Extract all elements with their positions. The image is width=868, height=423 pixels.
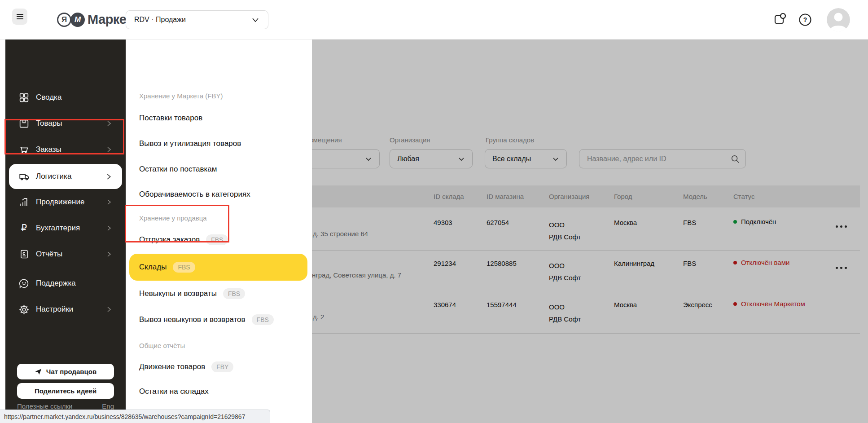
seller-chat-button[interactable]: Чат продавцов [17,364,114,379]
box-icon [18,118,30,130]
svg-text:?: ? [803,16,807,23]
chevron-down-icon [458,155,465,163]
warehouse-search [579,149,746,168]
row-actions-menu-button[interactable] [836,225,847,228]
menu-item-sklady[interactable]: Склады FBS [129,254,307,281]
whats-new-icon [772,12,787,26]
warehouse-id-cell: 49303 [434,219,452,226]
fbs-badge: FBS [223,288,245,299]
row-divider [269,289,860,289]
row-divider [269,333,860,334]
chevron-right-icon [106,251,112,257]
column-header-city: Город [614,193,632,200]
column-header-model: Модель [683,193,707,200]
section-title-fby: Хранение у Маркета (FBY) [139,92,223,100]
sidebar-item-zakazy[interactable]: Заказы [9,137,122,162]
organization-filter-select[interactable]: Любая [390,149,473,168]
chevron-right-icon [106,306,112,313]
warehouses-page: Тип размещения Организация Любая Группа … [0,0,868,423]
warehouse-group-filter-value: Все склады [492,155,552,163]
status-badge: Отключён Маркетом [733,300,805,308]
gear-icon [18,304,30,316]
fby-badge: FBY [211,361,233,372]
chevron-right-icon [105,173,112,180]
help-button[interactable]: ? [798,13,812,26]
organization-filter-value: Любая [397,155,458,163]
status-dot [733,302,737,306]
chevron-down-icon [365,155,372,163]
sidebar-item-nastroyki[interactable]: Настройки [9,297,122,322]
menu-item-dvizhenie-tovarov[interactable]: Движение товаров FBY [139,361,233,372]
warehouse-address: нград, Советская улица, д. 7 [312,271,401,279]
menu-item-oborachivaemost[interactable]: Оборачиваемость в категориях [139,190,250,199]
sidebar-item-podderzhka[interactable]: Поддержка [9,271,122,296]
logo-ya-circle: Я [57,13,71,27]
user-avatar[interactable] [827,8,850,31]
language-switch[interactable]: Eng [102,402,114,410]
sidebar-item-tovary[interactable]: Товары [9,111,122,136]
city-cell: Москва [614,301,637,308]
status-badge: Отключён вами [733,259,789,266]
chevron-right-icon [106,199,112,205]
status-badge: Подключён [733,218,776,225]
yandex-market-logo[interactable]: Я М Маркет [57,12,132,27]
model-cell: Экспресс [683,301,712,308]
menu-item-nevykupy-vozvraty[interactable]: Невыкупы и возвраты FBS [139,288,245,299]
row-divider [269,250,860,251]
model-cell: FBS [683,219,696,226]
burger-icon [16,13,24,20]
section-title-fbs: Хранение у продавца [139,214,207,222]
organization-filter-label: Организация [390,136,430,144]
menu-item-vyvoz-utilizaciya[interactable]: Вывоз и утилизация товаров [139,139,241,148]
business-picker[interactable]: RDV · Продажи [126,10,268,29]
menu-item-postavki-tovarov[interactable]: Поставки товаров [139,114,202,123]
section-title-common-reports: Общие отчёты [139,342,185,349]
sidebar-item-prodvizhenie[interactable]: Продвижение [9,189,122,215]
status-dot [733,220,737,224]
ruble-icon: ₽ [18,222,30,234]
shop-id-cell: 12580885 [487,260,517,267]
organization-cell: ОООРДВ Софт [549,219,581,243]
chevron-right-icon [106,146,112,153]
burger-menu-button[interactable] [12,9,27,25]
warehouse-group-filter-label: Группа складов [486,136,534,144]
city-cell: Москва [614,219,637,226]
fbs-badge: FBS [173,262,195,273]
chevron-down-icon [552,155,559,163]
column-header-status: Статус [733,193,754,200]
help-icon: ? [798,13,812,26]
grid-icon [18,92,30,104]
column-header-warehouse-id: ID склада [434,193,464,200]
menu-item-vyvoz-nevykupov[interactable]: Вывоз невыкупов и возвратов FBS [139,314,274,325]
chevron-right-icon [106,120,112,127]
model-cell: FBS [683,260,696,267]
fbs-badge: FBS [206,234,228,245]
sidebar-footer: Полезные ссылки Eng [17,402,114,410]
shop-id-cell: 627054 [487,219,509,226]
fbs-badge: FBS [252,314,274,325]
send-icon [35,368,42,375]
row-actions-menu-button[interactable] [836,267,847,269]
sidebar-item-buhgalteriya[interactable]: ₽ Бухгалтерия [9,216,122,241]
menu-item-ostatki-na-skladah[interactable]: Остатки на складах [139,387,209,396]
status-dot [733,261,737,264]
search-input[interactable] [579,149,746,168]
column-header-shop-id: ID магазина [487,193,524,200]
column-header-organization: Организация [549,193,589,200]
logistics-flyout-menu: Хранение у Маркета (FBY) Поставки товаро… [126,40,312,423]
truck-icon [18,171,30,183]
menu-item-otgruzka-zakazov[interactable]: Отгрузка заказов FBS [139,234,228,245]
sidebar-item-svodka[interactable]: Сводка [9,85,122,110]
whats-new-button[interactable] [772,12,787,26]
organization-cell: ОООРДВ Софт [549,260,581,284]
sidebar-item-logistika[interactable]: Логистика [9,164,122,189]
report-icon [18,248,30,260]
share-idea-button[interactable]: Поделитесь идеей [17,383,114,399]
organization-cell: ОООРДВ Софт [549,301,581,325]
chevron-down-icon [251,15,260,24]
useful-links[interactable]: Полезные ссылки [17,402,73,410]
sidebar: Сводка Товары Заказы [0,40,126,423]
sidebar-item-otchety[interactable]: Отчёты [9,242,122,267]
warehouse-group-filter-select[interactable]: Все склады [485,149,567,168]
menu-item-ostatki-po-postavkam[interactable]: Остатки по поставкам [139,165,217,174]
